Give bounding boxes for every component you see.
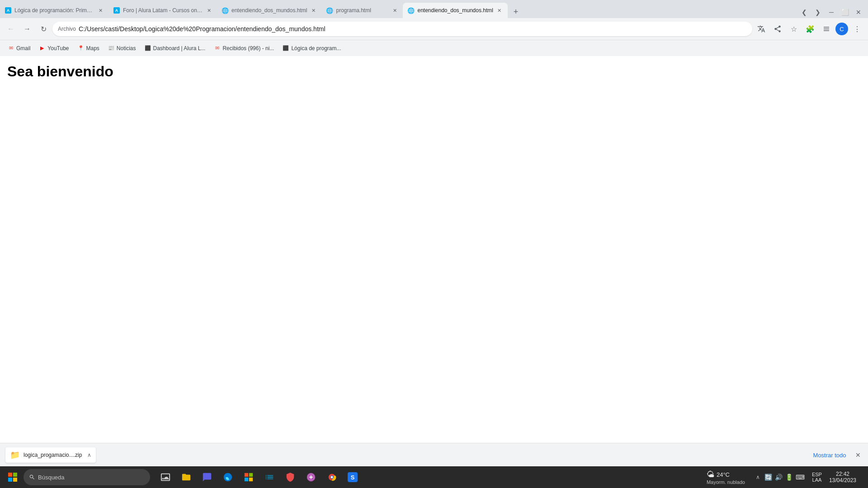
bookmark-noticias-label: Noticias — [117, 45, 136, 52]
translate-icon[interactable] — [754, 22, 769, 36]
tab-1[interactable]: A Lógica de programación: Primer... ✕ — [0, 3, 108, 18]
minimize-button[interactable]: ─ — [826, 6, 837, 18]
address-text: C:/Users/casti/Desktop/Logica%20de%20Pro… — [79, 25, 747, 33]
more-menu-button[interactable]: ⋮ — [850, 22, 864, 36]
taskbar-files-icon[interactable] — [176, 467, 196, 487]
profile-extensions-icon[interactable] — [819, 22, 834, 36]
taskbar-edge-icon[interactable] — [218, 467, 238, 487]
tab-5[interactable]: 🌐 entendiendo_dos_mundos.html ✕ — [403, 3, 507, 18]
bookmarks-bar: ✉ Gmail ▶ YouTube 📍 Maps 📰 Noticias ⬛ Da… — [0, 40, 868, 56]
dashboard-favicon: ⬛ — [144, 45, 151, 52]
bookmark-dashboard-label: Dashboard | Alura L... — [153, 45, 206, 52]
share-icon[interactable] — [770, 22, 785, 36]
download-chevron-icon[interactable]: ∧ — [87, 452, 91, 458]
keyboard-layout-icon[interactable]: ⌨ — [796, 474, 805, 481]
tab-3[interactable]: 🌐 entendiendo_dos_mundos.html ✕ — [217, 3, 321, 18]
taskbar-s-app-icon[interactable]: S — [343, 467, 363, 487]
tab-5-favicon: 🌐 — [407, 7, 415, 14]
clock-date: 13/04/2023 — [829, 477, 856, 483]
svg-rect-2 — [8, 478, 12, 482]
tab-5-close[interactable]: ✕ — [496, 7, 503, 14]
tab-3-favicon: 🌐 — [222, 7, 229, 14]
taskbar-lists-icon[interactable] — [259, 467, 279, 487]
bookmark-recibidos[interactable]: ✉ Recibidos (996) - ni... — [210, 43, 278, 54]
network-icon[interactable]: 🔄 — [764, 474, 772, 481]
lock-icon: Archivo — [58, 26, 76, 32]
bookmark-star-icon[interactable]: ☆ — [787, 22, 801, 36]
svg-rect-6 — [245, 478, 248, 481]
profile-button[interactable]: C — [835, 23, 848, 35]
weather-description: Mayorm. nublado — [707, 479, 745, 485]
bookmark-youtube[interactable]: ▶ YouTube — [35, 43, 72, 54]
taskbar-wallpaper-icon[interactable] — [156, 467, 175, 487]
tab-1-title: Lógica de programación: Primer... — [14, 7, 94, 14]
bookmark-maps[interactable]: 📍 Maps — [74, 43, 103, 54]
taskbar-search[interactable]: Búsqueda — [24, 469, 150, 485]
taskbar-antivirus-icon[interactable] — [280, 467, 300, 487]
svg-rect-4 — [245, 473, 248, 477]
tab-scroll-left[interactable]: ❮ — [798, 6, 810, 18]
weather-widget[interactable]: 🌤 24°C Mayorm. nublado — [703, 470, 749, 485]
download-filename: logica_progamacio....zip — [24, 452, 82, 458]
tray-expand-button[interactable]: ∧ — [754, 472, 762, 482]
taskbar-store-icon[interactable] — [239, 467, 259, 487]
address-bar[interactable]: Archivo C:/Users/casti/Desktop/Logica%20… — [52, 22, 752, 36]
tab-4-favicon: 🌐 — [326, 7, 333, 14]
bookmark-gmail[interactable]: ✉ Gmail — [4, 43, 34, 54]
svg-rect-7 — [249, 478, 253, 481]
tab-bar: A Lógica de programación: Primer... ✕ A … — [0, 0, 868, 18]
clock-time: 22:42 — [836, 471, 849, 477]
maps-favicon: 📍 — [77, 45, 85, 52]
weather-icon: 🌤 — [707, 470, 715, 479]
svg-point-10 — [331, 476, 333, 479]
tab-2-close[interactable]: ✕ — [205, 7, 212, 14]
back-button[interactable]: ← — [4, 22, 18, 36]
svg-text:S: S — [351, 474, 355, 481]
bookmark-youtube-label: YouTube — [47, 45, 69, 52]
bookmark-dashboard[interactable]: ⬛ Dashboard | Alura L... — [141, 43, 209, 54]
show-all-button[interactable]: Mostrar todo — [808, 449, 852, 461]
youtube-favicon: ▶ — [38, 45, 46, 52]
svg-rect-3 — [13, 478, 17, 482]
bookmark-recibidos-label: Recibidos (996) - ni... — [222, 45, 274, 52]
tab-2[interactable]: A Foro | Alura Latam - Cursos onlin... ✕ — [108, 3, 217, 18]
bookmark-noticias[interactable]: 📰 Noticias — [104, 43, 140, 54]
close-window-button[interactable]: ✕ — [853, 6, 864, 18]
page-heading: Sea bienvenido — [7, 63, 861, 80]
restore-button[interactable]: ⬜ — [839, 6, 851, 18]
tab-4-close[interactable]: ✕ — [391, 7, 398, 14]
recibidos-favicon: ✉ — [213, 45, 221, 52]
download-close-button[interactable]: ✕ — [854, 450, 863, 460]
taskbar-teams-icon[interactable] — [197, 467, 217, 487]
clock[interactable]: 22:42 13/04/2023 — [826, 471, 860, 483]
taskbar-game-icon[interactable] — [301, 467, 321, 487]
language-indicator[interactable]: ESP LAA — [810, 472, 824, 483]
download-bar: 📁 logica_progamacio....zip ∧ Mostrar tod… — [0, 443, 868, 466]
tab-scroll-right[interactable]: ❯ — [812, 6, 824, 18]
tab-3-close[interactable]: ✕ — [310, 7, 317, 14]
volume-icon[interactable]: 🔊 — [775, 474, 783, 481]
taskbar-chrome-icon[interactable] — [322, 467, 342, 487]
download-item[interactable]: 📁 logica_progamacio....zip ∧ — [5, 447, 96, 463]
tab-2-favicon: A — [113, 7, 120, 14]
forward-button[interactable]: → — [20, 22, 34, 36]
battery-icon[interactable]: 🔋 — [785, 474, 793, 481]
tab-1-close[interactable]: ✕ — [97, 7, 104, 14]
lang-primary: ESP — [812, 472, 822, 477]
tab-4[interactable]: 🌐 programa.html ✕ — [321, 3, 403, 18]
system-tray: ∧ 🔄 🔊 🔋 ⌨ — [750, 472, 808, 482]
taskbar-right: 🌤 24°C Mayorm. nublado ∧ 🔄 🔊 🔋 ⌨ ESP LAA — [703, 468, 864, 486]
bookmark-logica[interactable]: ⬛ Lógica de program... — [278, 43, 344, 54]
reload-button[interactable]: ↻ — [36, 22, 51, 36]
browser-frame: A Lógica de programación: Primer... ✕ A … — [0, 0, 868, 488]
extensions-icon[interactable]: 🧩 — [803, 22, 817, 36]
taskbar-search-text: Búsqueda — [38, 474, 65, 481]
new-tab-button[interactable]: + — [509, 5, 522, 18]
start-button[interactable] — [4, 468, 22, 486]
tab-3-title: entendiendo_dos_mundos.html — [231, 7, 307, 14]
show-desktop-button[interactable] — [862, 468, 864, 486]
page-content: Sea bienvenido — [0, 56, 868, 443]
tab-bar-right: ❮ ❯ ─ ⬜ ✕ — [795, 6, 868, 18]
logica-favicon: ⬛ — [282, 45, 289, 52]
taskbar: Búsqueda — [0, 466, 868, 488]
